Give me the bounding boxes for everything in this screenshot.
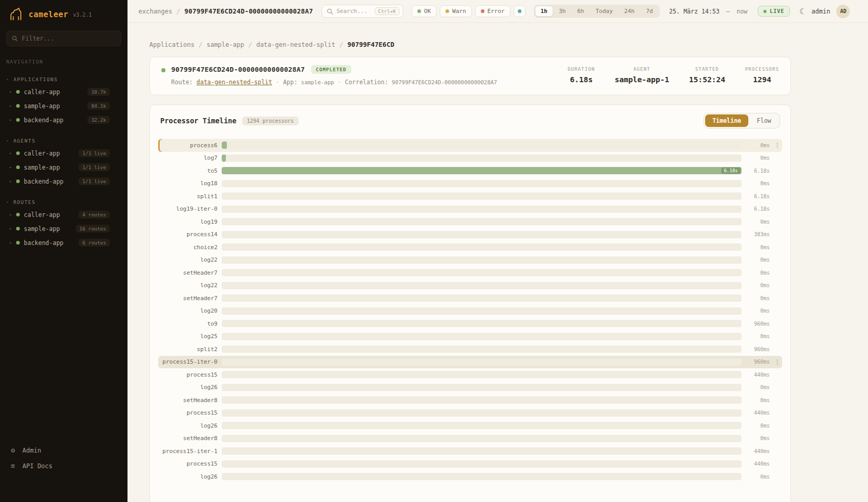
row-duration: 0ms — [746, 244, 770, 250]
chevron-right-icon: ▸ — [9, 165, 12, 170]
timeline-row[interactable]: setHeader80ms — [158, 432, 782, 445]
timeline-row[interactable]: choice20ms — [158, 241, 782, 254]
breadcrumb-item[interactable]: sample-app — [207, 41, 244, 48]
filter-chip-error[interactable]: Error — [475, 5, 510, 17]
status-dot — [16, 179, 20, 183]
sidebar-section-header[interactable]: ▾AGENTS — [0, 135, 127, 146]
sidebar-footer-admin[interactable]: ⚙Admin — [9, 446, 118, 454]
status-dot — [16, 151, 20, 155]
sidebar-item-sample-app[interactable]: ▸sample-app16 routes — [0, 222, 127, 236]
timeline-row[interactable]: to56.18s6.18s — [158, 164, 782, 177]
timeline-row[interactable]: log250ms — [158, 330, 782, 343]
range-7d[interactable]: 7d — [640, 6, 658, 17]
sidebar-section: ▾APPLICATIONS▸caller-app10.7k▸sample-app… — [0, 74, 127, 127]
timeline-track — [222, 141, 742, 149]
timeline-track — [222, 294, 742, 302]
search-box[interactable]: Ctrl+K — [322, 5, 403, 18]
timeline-row[interactable]: process15440ms — [158, 368, 782, 381]
processor-name: setHeader8 — [158, 435, 218, 442]
breadcrumb-separator: / — [339, 41, 343, 48]
timeline-track — [222, 269, 742, 276]
sidebar-item-badge: 1/1 live — [79, 149, 110, 157]
stat-value: 6.18s — [568, 75, 595, 84]
search-input[interactable] — [337, 8, 371, 15]
theme-toggle[interactable]: ☾ — [799, 7, 804, 16]
sidebar-item-caller-app[interactable]: ▸caller-app4 routes — [0, 208, 127, 222]
sidebar-filter-input[interactable] — [22, 35, 116, 42]
route-link[interactable]: data-gen-nested-split — [197, 79, 272, 86]
sidebar-item-badge: 84.1k — [87, 102, 110, 110]
timeline-row[interactable]: log220ms — [158, 254, 782, 267]
live-badge[interactable]: LIVE — [758, 6, 790, 17]
breadcrumb-item[interactable]: data-gen-nested-split — [256, 41, 335, 48]
timeline-row[interactable]: process15-iter-0960ms⋮ — [158, 356, 782, 369]
timeline-row[interactable]: log260ms — [158, 470, 782, 483]
sidebar-footer-api-docs[interactable]: ≡API Docs — [9, 462, 118, 470]
range-today[interactable]: Today — [590, 6, 618, 17]
timeline-row[interactable]: setHeader80ms — [158, 394, 782, 407]
filter-chip-warn[interactable]: Warn — [440, 5, 472, 17]
main-column: exchanges / 90799F47E6CD24D-000000000000… — [127, 0, 868, 502]
timeline-row[interactable]: process15440ms — [158, 458, 782, 471]
range-1h[interactable]: 1h — [535, 6, 553, 17]
sidebar-item-backend-app[interactable]: ▸backend-app6 routes — [0, 236, 127, 250]
kebab-menu-icon[interactable]: ⋮ — [774, 141, 781, 149]
timeline-row[interactable]: log260ms — [158, 419, 782, 432]
breadcrumb-item[interactable]: Applications — [149, 41, 195, 48]
row-duration: 0ms — [746, 257, 770, 263]
view-flow-button[interactable]: Flow — [749, 114, 778, 127]
processor-count-badge: 1294 processors — [242, 117, 298, 125]
sidebar-item-badge: 10.7k — [87, 88, 110, 96]
timeline-row[interactable]: process60ms⋮ — [158, 139, 782, 152]
row-duration: 440ms — [746, 372, 770, 378]
timeline-row[interactable]: log260ms — [158, 381, 782, 394]
sidebar-item-backend-app[interactable]: ▸backend-app32.2k — [0, 113, 127, 127]
timeline-track — [222, 231, 742, 238]
timeline-row[interactable]: split2960ms — [158, 343, 782, 356]
timeline-row[interactable]: log180ms — [158, 177, 782, 190]
timeline-row[interactable]: process15-iter-1440ms — [158, 445, 782, 458]
sidebar-item-caller-app[interactable]: ▸caller-app1/1 live — [0, 146, 127, 160]
range-24h[interactable]: 24h — [619, 6, 641, 17]
sidebar-section-header[interactable]: ▾ROUTES — [0, 197, 127, 208]
sidebar-item-sample-app[interactable]: ▸sample-app1/1 live — [0, 160, 127, 174]
timeline-row[interactable]: log200ms — [158, 305, 782, 318]
timeline-row[interactable]: log190ms — [158, 215, 782, 228]
timeline-row[interactable]: log70ms — [158, 152, 782, 165]
timeline-row[interactable]: split16.18s — [158, 190, 782, 203]
avatar[interactable]: AD — [836, 5, 850, 18]
sidebar-item-sample-app[interactable]: ▸sample-app84.1k — [0, 99, 127, 113]
timeline-row[interactable]: log19-iter-06.18s — [158, 203, 782, 216]
live-label: LIVE — [770, 8, 784, 14]
sidebar-section-header[interactable]: ▾APPLICATIONS — [0, 74, 127, 85]
sidebar-item-backend-app[interactable]: ▸backend-app1/1 live — [0, 174, 127, 188]
row-duration: 440ms — [746, 410, 770, 416]
filter-chip-ok[interactable]: OK — [412, 5, 437, 17]
status-dot — [16, 165, 20, 169]
row-duration: 960ms — [746, 321, 770, 327]
timeline-track — [222, 396, 742, 404]
timeline-row[interactable]: to9960ms — [158, 317, 782, 330]
exchange-stats: DURATION6.18sAGENTsample-app-1STARTED15:… — [568, 65, 779, 84]
row-duration: 960ms — [746, 359, 770, 365]
timeline-row[interactable]: log220ms — [158, 279, 782, 292]
timeline-row[interactable]: setHeader70ms — [158, 292, 782, 305]
filter-chip-extra[interactable] — [514, 5, 526, 17]
breadcrumb-section[interactable]: exchanges — [138, 8, 172, 15]
row-duration: 960ms — [746, 346, 770, 352]
time-range-group: 1h3h6hToday24h7d — [534, 5, 660, 18]
date-range[interactable]: 25. März 14:53 — now — [669, 8, 748, 15]
collapse-icon: ▾ — [6, 139, 9, 143]
view-timeline-button[interactable]: Timeline — [705, 114, 748, 127]
timeline-row[interactable]: process14383ms — [158, 228, 782, 241]
timeline-track — [222, 192, 742, 200]
range-3h[interactable]: 3h — [553, 6, 571, 17]
timeline-track — [222, 205, 742, 213]
timeline-row[interactable]: setHeader70ms — [158, 266, 782, 279]
timeline-row[interactable]: process15440ms — [158, 407, 782, 420]
range-6h[interactable]: 6h — [571, 6, 590, 17]
sidebar-item-caller-app[interactable]: ▸caller-app10.7k — [0, 85, 127, 99]
kebab-menu-icon[interactable]: ⋮ — [774, 358, 781, 366]
breadcrumb-item: 90799F47E6CD — [347, 41, 394, 48]
stat-processors: PROCESSORS1294 — [745, 67, 779, 84]
